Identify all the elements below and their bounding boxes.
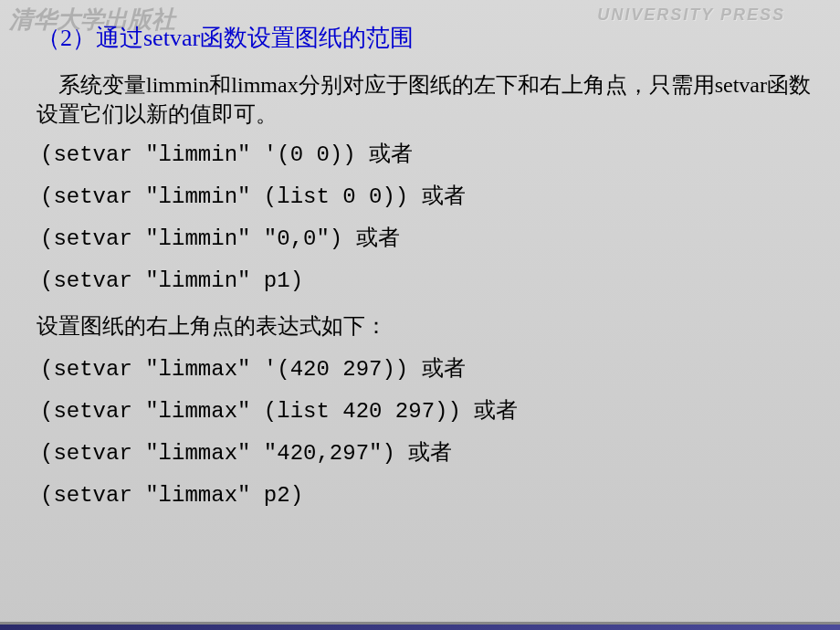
code-limmax-1: (setvar "limmax" '(420 297)) 或者 [37, 359, 813, 381]
code-limmax-4: (setvar "limmax" p2) [37, 485, 813, 507]
code-limmin-4: (setvar "limmin" p1) [37, 270, 813, 292]
slide-content: （2）通过setvar函数设置图纸的范围 系统变量limmin和limmax分别… [0, 0, 840, 545]
bottom-divider-lower [0, 625, 840, 630]
subheading: 设置图纸的右上角点的表达式如下： [37, 312, 813, 341]
intro-paragraph: 系统变量limmin和limmax分别对应于图纸的左下和右上角点，只需用setv… [37, 70, 813, 130]
section-heading: （2）通过setvar函数设置图纸的范围 [37, 22, 813, 54]
code-limmax-2: (setvar "limmax" (list 420 297)) 或者 [37, 401, 813, 423]
code-limmin-2: (setvar "limmin" (list 0 0)) 或者 [37, 186, 813, 208]
code-limmin-3: (setvar "limmin" "0,0") 或者 [37, 228, 813, 250]
code-limmax-3: (setvar "limmax" "420,297") 或者 [37, 443, 813, 465]
code-limmin-1: (setvar "limmin" '(0 0)) 或者 [37, 144, 813, 166]
